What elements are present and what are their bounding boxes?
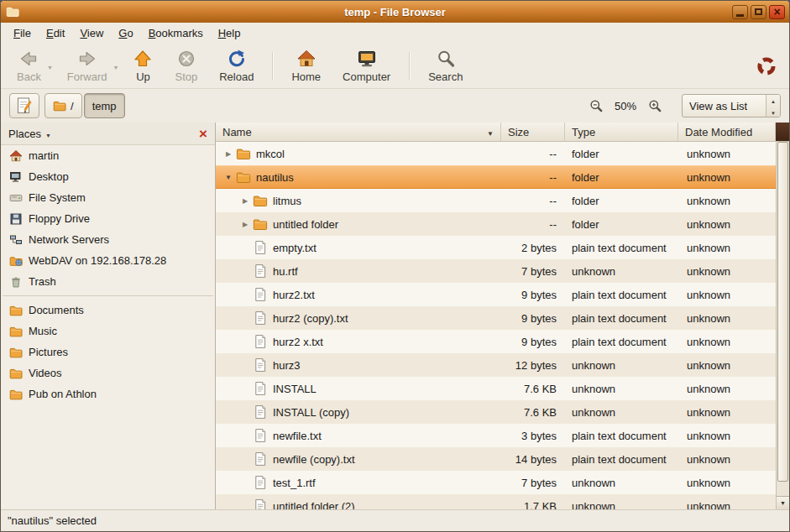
sidebar-item-martin[interactable]: martin (1, 145, 215, 166)
view-as-select[interactable]: View as List (682, 94, 781, 117)
table-row[interactable]: ▶litmus--folderunknown (216, 189, 776, 212)
up-button[interactable]: Up (122, 46, 164, 86)
forward-button-group: Forward (56, 46, 123, 86)
column-header-date-modified[interactable]: Date Modified (678, 123, 776, 142)
computer-button[interactable]: Computer (332, 46, 401, 86)
table-row[interactable]: hurz2 x.txt9 bytesplain text documentunk… (216, 330, 776, 353)
path-button-temp[interactable]: temp (84, 93, 125, 118)
file-name: hu.rtf (273, 265, 298, 278)
file-name-cell: ▶untitled folder (216, 212, 501, 236)
table-row[interactable]: hu.rtf7 bytesunknownunknown (216, 259, 776, 283)
table-row[interactable]: empty.txt2 bytesplain text documentunkno… (216, 236, 776, 259)
sidebar-item-pub-on-athlon[interactable]: Pub on Athlon (1, 383, 215, 404)
sidebar-item-label: Pictures (29, 346, 68, 358)
reload-button[interactable]: Reload (208, 46, 264, 86)
table-row[interactable]: newfile.txt3 bytesplain text documentunk… (216, 424, 776, 447)
location-bar: /temp 50% View as List (1, 89, 789, 123)
scrollbar-thumb[interactable] (777, 142, 788, 482)
text-file-icon (253, 475, 268, 490)
table-row[interactable]: untitled folder (2)1.7 KBunknownunknown (216, 494, 776, 509)
text-file-icon (253, 381, 268, 396)
menu-go[interactable]: Go (111, 24, 140, 42)
zoom-out-button[interactable] (586, 96, 606, 116)
table-row[interactable]: hurz2 (copy).txt9 bytesplain text docume… (216, 306, 776, 330)
folder-icon (236, 146, 251, 161)
expander-icon[interactable]: ▼ (221, 174, 236, 181)
menu-view[interactable]: View (72, 24, 111, 42)
sidebar-item-pictures[interactable]: Pictures (1, 342, 215, 362)
sidebar-item-network-servers[interactable]: Network Servers (1, 229, 215, 250)
file-type: unknown (565, 377, 678, 400)
path-button-root[interactable]: / (44, 93, 82, 118)
maximize-button[interactable] (751, 5, 766, 19)
file-name-cell: INSTALL (216, 377, 501, 400)
titlebar[interactable]: temp - File Browser (1, 1, 789, 23)
column-header-name[interactable]: Name (216, 123, 501, 142)
close-sidebar-button[interactable] (199, 127, 207, 141)
sidebar-item-label: File System (29, 191, 86, 204)
menu-help[interactable]: Help (211, 24, 249, 42)
file-name-cell: test_1.rtf (216, 471, 501, 494)
table-row[interactable]: ▶mkcol--folderunknown (216, 142, 776, 165)
table-row[interactable]: ▶untitled folder--folderunknown (216, 212, 776, 236)
table-row[interactable]: INSTALL (copy)7.6 KBunknownunknown (216, 400, 776, 424)
close-button[interactable] (769, 5, 785, 19)
expander-icon[interactable]: ▶ (238, 197, 253, 205)
sidebar-item-floppy-drive[interactable]: Floppy Drive (1, 208, 215, 229)
expander-icon[interactable]: ▶ (238, 221, 253, 228)
sidebar-header[interactable]: Places (1, 123, 215, 145)
table-row[interactable]: hurz312 bytesunknownunknown (216, 353, 776, 377)
window-icon[interactable] (5, 4, 20, 19)
toggle-location-entry-button[interactable] (9, 93, 39, 118)
menubar: FileEditViewGoBookmarksHelp (1, 23, 789, 44)
expander-icon[interactable]: ▶ (221, 150, 236, 158)
sidebar-item-file-system[interactable]: File System (1, 187, 215, 208)
menu-bookmarks[interactable]: Bookmarks (141, 24, 211, 42)
toolbar-button-label: Home (291, 70, 321, 83)
home-icon (296, 49, 317, 69)
sidebar-item-label: Documents (29, 304, 84, 316)
table-row[interactable]: test_1.rtf7 bytesunknownunknown (216, 471, 776, 494)
stop-button: Stop (164, 46, 208, 86)
toolbar-button-label: Search (428, 70, 463, 83)
vertical-scrollbar[interactable] (776, 142, 789, 509)
file-name: INSTALL (273, 383, 317, 395)
table-row[interactable]: newfile (copy).txt14 bytesplain text doc… (216, 447, 776, 471)
folder-icon (9, 304, 23, 317)
folder-icon (53, 99, 66, 112)
scrollbar-track[interactable] (777, 142, 789, 496)
up-button-group: Up (122, 46, 164, 86)
user-home-icon (9, 149, 23, 163)
toolbar-button-label: Forward (67, 70, 107, 83)
table-row[interactable]: hurz2.txt9 bytesplain text documentunkno… (216, 283, 776, 306)
home-button[interactable]: Home (280, 46, 332, 86)
sidebar-item-desktop[interactable]: Desktop (1, 166, 215, 187)
file-type: plain text document (565, 447, 678, 471)
sidebar-item-label: martin (29, 149, 59, 162)
column-header-label: Type (572, 126, 595, 138)
folder-icon (9, 346, 23, 359)
sidebar-item-documents[interactable]: Documents (1, 300, 215, 321)
menu-file[interactable]: File (6, 24, 39, 42)
sidebar-separator (3, 295, 213, 296)
file-date-modified: unknown (678, 283, 776, 306)
scroll-down-button[interactable] (777, 496, 789, 509)
sidebar-item-trash[interactable]: Trash (1, 271, 215, 292)
search-button[interactable]: Search (417, 46, 473, 86)
forward-button: Forward (56, 46, 118, 86)
table-row[interactable]: INSTALL7.6 KBunknownunknown (216, 377, 776, 400)
sidebar-item-music[interactable]: Music (1, 321, 215, 342)
column-header-type[interactable]: Type (565, 123, 678, 142)
sidebar-item-label: Trash (29, 275, 56, 288)
menu-edit[interactable]: Edit (39, 24, 72, 42)
sidebar-item-videos[interactable]: Videos (1, 362, 215, 383)
column-header-size[interactable]: Size (501, 123, 565, 142)
file-type: unknown (565, 353, 678, 377)
table-row[interactable]: ▼nautilus--folderunknown (216, 165, 776, 189)
file-name: test_1.rtf (273, 477, 316, 489)
window-title: temp - File Browser (1, 6, 789, 18)
minimize-button[interactable] (732, 5, 748, 19)
file-name-cell: untitled folder (2) (216, 494, 501, 509)
zoom-in-button[interactable] (645, 96, 665, 116)
sidebar-item-webdav-on-192-168-178-28[interactable]: WebDAV on 192.168.178.28 (1, 250, 215, 271)
